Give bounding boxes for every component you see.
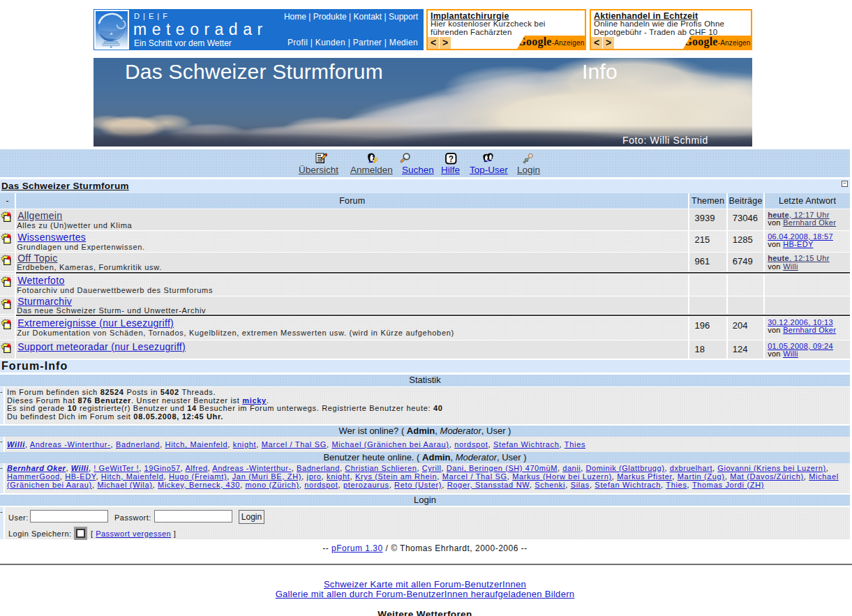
svg-text:?: ? <box>449 154 454 164</box>
